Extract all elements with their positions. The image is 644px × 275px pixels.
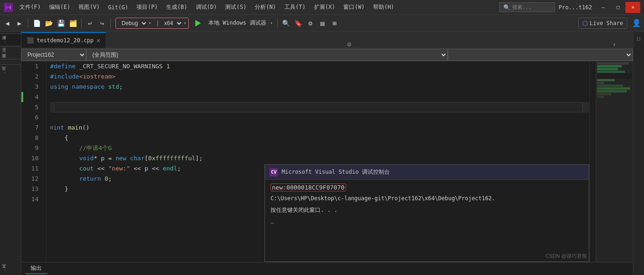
forward-button[interactable]: ▶ xyxy=(14,18,25,29)
sep4 xyxy=(277,19,278,28)
line-num-10: 10 xyxy=(23,153,42,164)
menu-help[interactable]: 帮助(H) xyxy=(369,2,398,12)
symbol-nav-dropdown[interactable] xyxy=(448,49,633,61)
menu-build[interactable]: 生成(B) xyxy=(162,2,191,12)
right-panel: 口 xyxy=(633,32,644,275)
minimap-line-4 xyxy=(597,71,625,73)
console-output-2: C:\Users\HP\Desktop\c-language-git\Proje… xyxy=(270,194,583,203)
minimap xyxy=(596,61,633,262)
scope-nav-dropdown[interactable]: (全局范围) xyxy=(86,49,448,61)
menu-edit[interactable]: 编辑(E) xyxy=(45,2,74,12)
code-editor[interactable]: 1 2 3 4 5 6 7 8 9 10 11 12 13 14 #define xyxy=(21,61,633,262)
code-content[interactable]: #define _CRT_SECURE_NO_WARNINGS 1 #inclu… xyxy=(46,61,589,262)
debug-console-title: Microsoft Visual Studio 调试控制台 xyxy=(282,168,390,176)
line-num-6: 6 xyxy=(23,112,42,123)
minimize-button[interactable]: — xyxy=(596,2,611,13)
live-share-label: Live Share xyxy=(590,20,623,26)
minimap-line-3 xyxy=(597,68,618,70)
line-num-2: 2 xyxy=(23,72,42,82)
debug-console-header: CV Microsoft Visual Studio 调试控制台 xyxy=(265,165,589,180)
line-num-11: 11 xyxy=(23,164,42,174)
run-button[interactable] xyxy=(192,18,205,29)
search-icon: 🔍 xyxy=(503,4,510,11)
menu-analyze[interactable]: 分析(N) xyxy=(251,2,280,12)
toolbar-btn6[interactable]: ▤ xyxy=(317,18,328,29)
code-line-5 xyxy=(50,102,589,112)
console-output-3: 按任意键关闭此窗口. . . xyxy=(270,206,583,215)
minimap-up-icon[interactable]: ⬆ xyxy=(612,41,616,48)
menu-file[interactable]: 文件(F) xyxy=(16,2,45,12)
tab-bar: ⬛ testdemo12_20.cpp × ⚙ ⬆ xyxy=(21,32,633,48)
save-all-button[interactable]: 🗂️ xyxy=(67,18,78,29)
window-controls: — □ ✕ xyxy=(596,2,640,13)
active-tab[interactable]: ⬛ testdemo12_20.cpp × xyxy=(21,32,106,48)
search-toolbar-button[interactable]: 🔍 xyxy=(281,18,292,29)
tab-file-icon: ⬛ xyxy=(27,37,34,44)
debug-config-container: Debug ▾ | x64 ▾ xyxy=(116,18,189,29)
redo-button[interactable]: ↪ xyxy=(97,18,108,29)
menu-debug[interactable]: 调试(D) xyxy=(192,2,221,12)
right-panel-label[interactable]: 口 xyxy=(635,33,643,35)
toolbox-label[interactable]: 工具... xyxy=(0,262,21,273)
vs-icon xyxy=(4,3,13,12)
minimap-line-5 xyxy=(597,73,632,76)
line-num-7: 7 xyxy=(23,123,42,133)
project-nav-dropdown[interactable]: Project162 xyxy=(21,49,86,61)
menu-extensions[interactable]: 扩展(X) xyxy=(310,2,339,12)
debug-console-icon: CV xyxy=(270,168,278,177)
output-tab[interactable]: 输出 xyxy=(25,263,47,274)
menu-view[interactable]: 视图(V) xyxy=(75,2,103,12)
new-file-button[interactable]: 📄 xyxy=(31,18,42,29)
code-line-8: { xyxy=(50,133,589,143)
minimap-line-2 xyxy=(597,65,622,67)
watermark: CSDN @谋巧君熊 xyxy=(546,253,587,260)
menu-project[interactable]: 项目(P) xyxy=(133,2,161,12)
toolbar-btn7[interactable]: ⊞ xyxy=(329,18,340,29)
search-box[interactable]: 🔍 搜索... xyxy=(499,2,555,12)
close-button[interactable]: ✕ xyxy=(625,2,640,13)
nav-bar: Project162 (全局范围) xyxy=(21,48,633,61)
window-label[interactable]: 窗... xyxy=(0,46,21,58)
code-line-3: using namespace std ; xyxy=(50,82,589,92)
left-sidebar: 解... 窗... 搜索 属... 工具... xyxy=(0,32,21,275)
tab-close-button[interactable]: × xyxy=(97,37,100,44)
tab-filename: testdemo12_20.cpp xyxy=(37,37,94,44)
bookmark-button[interactable]: 🔖 xyxy=(293,18,304,29)
search-label[interactable]: 搜索 xyxy=(0,59,21,63)
open-button[interactable]: 📂 xyxy=(43,18,54,29)
debugger-dropdown-arrow[interactable]: ▾ xyxy=(270,20,273,26)
tab-settings-icon[interactable]: ⚙ xyxy=(347,40,351,48)
maximize-button[interactable]: □ xyxy=(611,2,625,13)
live-share-button[interactable]: ⬡ Live Share xyxy=(578,18,627,29)
live-share-icon: ⬡ xyxy=(582,20,588,27)
minimap-line-10 xyxy=(597,87,630,90)
title-bar-right: 🔍 搜索... Pro...t162 — □ ✕ xyxy=(499,2,640,13)
toolbar-btn5[interactable]: ⚙ xyxy=(305,18,316,29)
line-num-9: 9 xyxy=(23,143,42,153)
platform-dropdown[interactable]: x64 xyxy=(161,19,183,28)
minimap-line-8 xyxy=(597,82,604,84)
menu-window[interactable]: 窗口(W) xyxy=(340,2,368,12)
line-numbers: 1 2 3 4 5 6 7 8 9 10 11 12 13 14 xyxy=(23,61,46,262)
menu-test[interactable]: 测试(S) xyxy=(221,2,250,12)
save-button[interactable]: 💾 xyxy=(55,18,66,29)
back-button[interactable]: ◀ xyxy=(2,18,13,29)
properties-label[interactable]: 属... xyxy=(0,64,21,76)
title-bar: 文件(F) 编辑(E) 视图(V) Git(G) 项目(P) 生成(B) 调试(… xyxy=(0,0,644,15)
minimap-line-9 xyxy=(597,85,623,87)
debug-console: CV Microsoft Visual Studio 调试控制台 new:000… xyxy=(264,164,589,262)
debug-config-dropdown[interactable]: Debug xyxy=(118,19,148,28)
main-layout: 解... 窗... 搜索 属... 工具... ⬛ testdemo12_20.… xyxy=(0,32,644,275)
code-line-2: #include <iostream> xyxy=(50,72,589,82)
debug-console-body: new:0000018CC9F07070 C:\Users\HP\Desktop… xyxy=(265,180,589,227)
line-num-12: 12 xyxy=(23,174,42,184)
undo-button[interactable]: ↩ xyxy=(84,18,96,29)
menu-bar: 文件(F) 编辑(E) 视图(V) Git(G) 项目(P) 生成(B) 调试(… xyxy=(16,2,499,12)
menu-git[interactable]: Git(G) xyxy=(104,3,132,12)
tab-bar-actions: ⚙ xyxy=(347,40,354,48)
sep2 xyxy=(81,19,82,28)
account-button[interactable]: 👤 xyxy=(631,18,642,29)
menu-tools[interactable]: 工具(T) xyxy=(281,2,309,12)
solution-explorer-label[interactable]: 解... xyxy=(0,33,21,45)
scrollbar-right[interactable] xyxy=(589,61,596,262)
